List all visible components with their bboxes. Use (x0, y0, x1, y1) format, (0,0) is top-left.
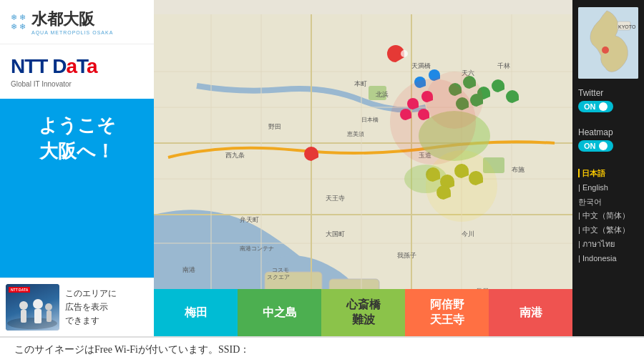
snowflake-decoration: ❄ ❄ ❄ ❄ (11, 14, 26, 31)
ad-area: NTT DATA このエリアに 広告を表示 できます (0, 278, 154, 336)
svg-point-1 (19, 301, 28, 310)
mini-map: KYOTO (578, 7, 638, 79)
right-sidebar: KYOTO Twitter ON Heatmap ON (572, 0, 644, 336)
twitter-toggle-row: ON (578, 101, 638, 112)
svg-text:西九条: 西九条 (225, 152, 245, 159)
snowflake-icon: ❄ (11, 14, 17, 21)
ad-line1: このエリアに (65, 288, 117, 298)
svg-text:恵美須: 恵美須 (346, 131, 364, 137)
snowflake-icon: ❄ (19, 14, 26, 21)
svg-text:KYOTO: KYOTO (618, 24, 636, 29)
svg-text:日本橋: 日本橋 (361, 117, 379, 123)
heatmap-label: Heatmap (578, 127, 638, 137)
left-sidebar: ❄ ❄ ❄ ❄ 水都大阪 AQUA METROPOLIS OSAKA NTT D… (0, 0, 154, 336)
svg-point-5 (45, 303, 52, 310)
map-background: 2.5km 天満橋 天六 千林 北浜 本町 玉造 布施 野田 西九条 弁天町 大… (154, 0, 572, 336)
data-label: DaTa (52, 55, 97, 77)
svg-text:野田: 野田 (268, 123, 281, 130)
svg-text:天満橋: 天満橋 (411, 62, 431, 69)
svg-point-3 (33, 299, 43, 309)
svg-text:今川: 今川 (462, 230, 474, 238)
svg-rect-6 (47, 310, 52, 322)
snowflake-icon: ❄ (11, 23, 17, 31)
ad-decoration-svg (6, 284, 59, 331)
lang-chinese-traditional[interactable]: | 中文（繁体） (578, 223, 638, 238)
svg-text:大国町: 大国町 (326, 230, 345, 238)
btn-abeno[interactable]: 阿倍野天王寺 (405, 289, 489, 336)
snowflake-icon: ❄ (19, 23, 26, 31)
welcome-banner: ようこそ 大阪へ！ (0, 99, 154, 278)
lang-chinese-simplified[interactable]: | 中文（简体） (578, 209, 638, 223)
heatmap-toggle-circle (599, 142, 608, 150)
lang-ja-text: 日本語 (578, 169, 605, 177)
svg-text:コスモ: コスモ (272, 267, 289, 273)
global-it-text: Global IT Innovator (11, 80, 143, 88)
lang-thai[interactable]: | ภาษาไทย (578, 238, 638, 252)
welcome-text: ようこそ 大阪へ！ (11, 113, 143, 165)
btn-nanko[interactable]: 南港 (489, 289, 572, 336)
svg-text:北浜: 北浜 (376, 91, 389, 98)
map-container: 2.5km 天満橋 天六 千林 北浜 本町 玉造 布施 野田 西九条 弁天町 大… (154, 0, 572, 336)
svg-point-56 (426, 72, 483, 129)
ntt-data-area: NTT DaTa Global IT Innovator (0, 44, 154, 99)
ad-line2: 広告を表示 (65, 302, 108, 312)
ntt-data-logo: NTT DaTa (11, 55, 143, 78)
twitter-section: Twitter ON (578, 88, 638, 118)
map-bottom-buttons: 梅田 中之島 心斎橋難波 阿倍野天王寺 南港 (154, 289, 572, 336)
ntt-label: NTT (11, 55, 52, 77)
heatmap-toggle-text: ON (584, 142, 596, 150)
bottom-bar: このサイネージはFree Wi-Fiが付いています。SSID： (0, 336, 644, 362)
svg-text:弁天町: 弁天町 (240, 216, 259, 223)
twitter-toggle-circle (599, 102, 608, 111)
osaka-title: 水都大阪 (31, 9, 113, 30)
twitter-label: Twitter (578, 88, 638, 98)
map-svg: 2.5km 天満橋 天六 千林 北浜 本町 玉造 布施 野田 西九条 弁天町 大… (154, 0, 572, 336)
logo-area: ❄ ❄ ❄ ❄ 水都大阪 AQUA METROPOLIS OSAKA (0, 0, 154, 44)
svg-text:スクエア: スクエア (267, 274, 290, 280)
ad-image-inner: NTT DATA (6, 284, 59, 331)
svg-text:布施: 布施 (512, 166, 525, 173)
lang-korean[interactable]: 한국어 (578, 195, 638, 210)
language-section: 日本語 | English 한국어 | 中文（简体） | 中文（繁体） | ภา… (578, 167, 638, 266)
twitter-toggle-text: ON (584, 102, 596, 111)
svg-point-28 (401, 50, 408, 57)
svg-text:千林: 千林 (497, 62, 510, 69)
aqua-logo: ❄ ❄ ❄ ❄ 水都大阪 AQUA METROPOLIS OSAKA (11, 9, 143, 35)
twitter-toggle[interactable]: ON (578, 101, 613, 112)
btn-umeda[interactable]: 梅田 (154, 289, 238, 336)
svg-point-57 (426, 150, 497, 222)
svg-rect-2 (21, 310, 26, 323)
lang-english[interactable]: | English (578, 181, 638, 195)
svg-text:南港: 南港 (182, 266, 195, 273)
bottom-bar-text: このサイネージはFree Wi-Fiが付いています。SSID： (14, 344, 250, 355)
btn-shinsaibashi[interactable]: 心斎橋難波 (321, 289, 405, 336)
heatmap-toggle[interactable]: ON (578, 140, 613, 152)
svg-text:本町: 本町 (354, 80, 367, 87)
svg-point-59 (602, 47, 609, 54)
lang-indonesian[interactable]: | Indonesia (578, 252, 638, 266)
heatmap-section: Heatmap ON (578, 127, 638, 157)
mini-map-svg: KYOTO (578, 7, 638, 79)
ad-line3: できます (65, 315, 99, 326)
svg-text:我孫子: 我孫子 (397, 252, 416, 259)
ad-image: NTT DATA (6, 284, 59, 331)
svg-text:南港コンテナ: 南港コンテナ (240, 245, 274, 252)
svg-rect-4 (34, 309, 42, 323)
lang-japanese[interactable]: 日本語 (578, 167, 638, 181)
heatmap-toggle-row: ON (578, 140, 638, 152)
btn-nakanoshima[interactable]: 中之島 (238, 289, 321, 336)
ad-text: このエリアに 広告を表示 できます (65, 287, 117, 328)
welcome-line2: 大阪へ！ (39, 141, 114, 162)
svg-text:天王寺: 天王寺 (326, 195, 345, 202)
aqua-subtitle: AQUA METROPOLIS OSAKA (31, 30, 113, 35)
welcome-line1: ようこそ (39, 115, 116, 136)
